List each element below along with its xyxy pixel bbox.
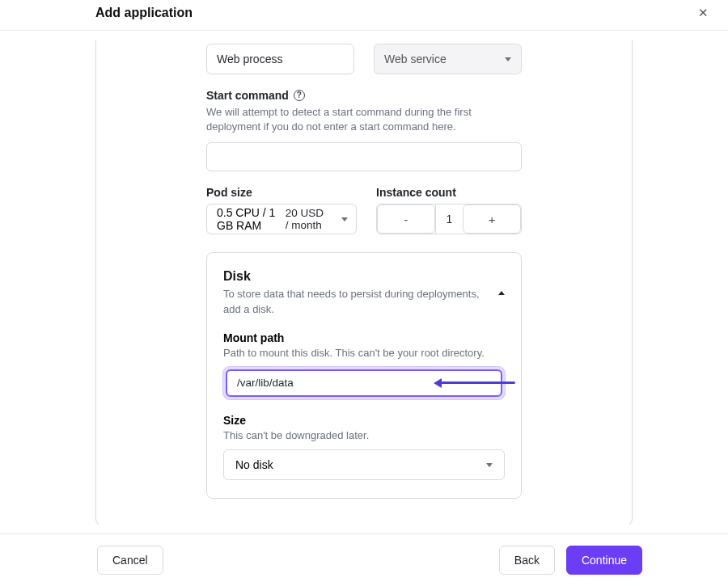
disk-panel: Disk To store data that needs to persist… (206, 252, 522, 499)
back-button[interactable]: Back (499, 546, 555, 575)
modal-footer: Cancel Back Continue (0, 533, 728, 586)
mount-path-help: Path to mount this disk. This can't be y… (223, 346, 505, 360)
modal-header: Add application ✕ (0, 0, 728, 31)
mount-path-value: /var/lib/data (237, 377, 294, 389)
instance-count-value: 1 (435, 204, 463, 234)
instance-count-label: Instance count (376, 186, 522, 199)
pod-size-value: 0.5 CPU / 1 GB RAM (217, 206, 286, 232)
process-card: Web process Web service Start command ? … (95, 40, 633, 524)
pod-size-select[interactable]: 0.5 CPU / 1 GB RAM 20 USD / month (206, 204, 357, 234)
close-icon: ✕ (698, 6, 709, 19)
increment-button[interactable]: + (463, 204, 521, 234)
pod-size-label: Pod size (206, 186, 357, 199)
start-command-input[interactable] (206, 142, 522, 171)
size-help: This can't be downgraded later. (223, 428, 505, 443)
cancel-button[interactable]: Cancel (97, 546, 163, 575)
disk-size-select[interactable]: No disk (223, 449, 505, 480)
close-button[interactable]: ✕ (695, 3, 712, 22)
mount-path-input[interactable]: /var/lib/data (226, 369, 502, 397)
chevron-up-icon (498, 277, 505, 295)
start-command-help: We will attempt to detect a start comman… (206, 105, 522, 134)
disk-title: Disk (223, 269, 498, 284)
info-icon[interactable]: ? (294, 90, 305, 101)
process-name-input[interactable]: Web process (206, 44, 354, 74)
size-label: Size (223, 414, 505, 427)
process-type-value: Web service (384, 53, 447, 65)
process-name-value: Web process (217, 53, 282, 65)
disk-help: To store data that needs to persist duri… (223, 287, 498, 316)
start-command-label: Start command ? (206, 89, 522, 102)
chevron-down-icon (341, 217, 348, 221)
continue-button[interactable]: Continue (566, 546, 642, 575)
disk-size-value: No disk (235, 458, 273, 471)
modal-title: Add application (95, 6, 193, 20)
process-type-select[interactable]: Web service (374, 44, 522, 74)
pod-size-price: 20 USD / month (286, 207, 328, 231)
decrement-button[interactable]: - (377, 204, 435, 234)
chevron-down-icon (486, 463, 493, 467)
instance-count-stepper: - 1 + (376, 204, 522, 234)
mount-path-label: Mount path (223, 331, 505, 344)
chevron-down-icon (505, 57, 511, 61)
collapse-button[interactable] (498, 269, 505, 292)
